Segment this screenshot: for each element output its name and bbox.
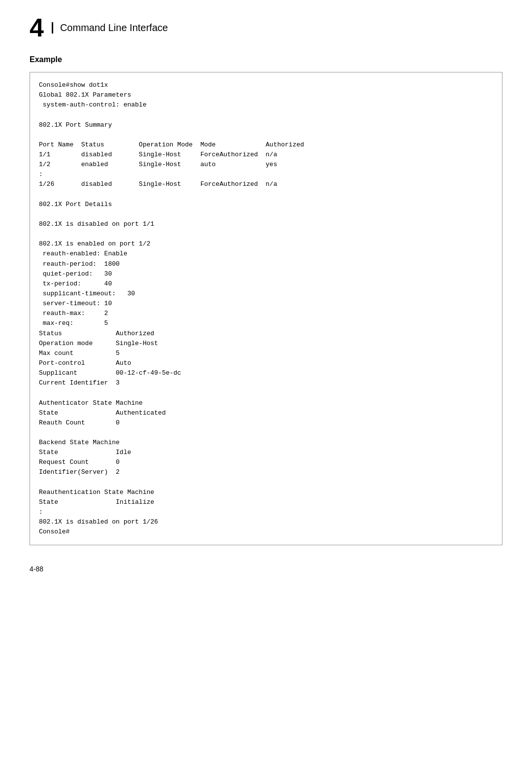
code-example: Console#show dot1x Global 802.1X Paramet… <box>30 72 502 545</box>
chapter-number: 4 <box>30 15 44 40</box>
page-header: 4 Command Line Interface <box>30 15 502 40</box>
chapter-title: Command Line Interface <box>52 22 168 34</box>
page-number: 4-88 <box>30 565 502 573</box>
section-title: Example <box>30 55 502 64</box>
